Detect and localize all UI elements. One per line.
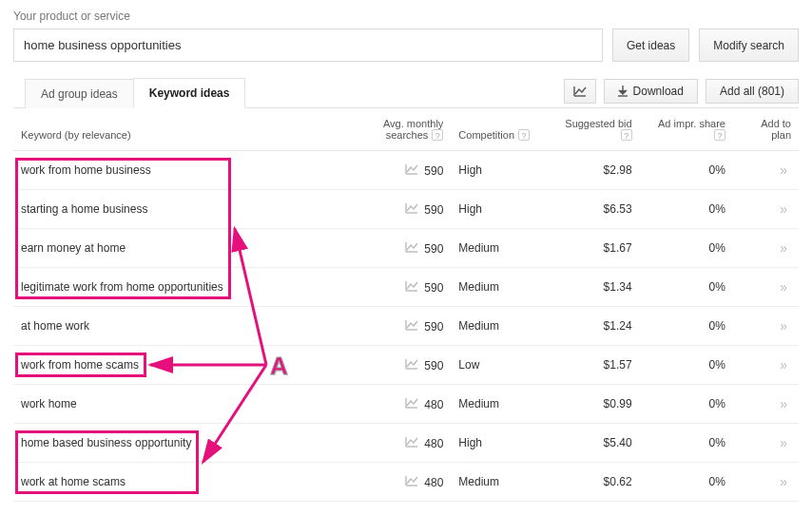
add-to-plan-button[interactable]: » (776, 279, 791, 295)
keyword-cell[interactable]: work from home business (21, 163, 151, 177)
suggested-bid-cell: $5.40 (546, 424, 640, 463)
keyword-cell[interactable]: starting a home business (21, 202, 147, 216)
ad-impr-cell: 0% (640, 307, 733, 346)
suggested-bid-cell: $0.62 (546, 463, 640, 502)
suggested-bid-cell: $1.24 (546, 307, 640, 346)
add-all-button[interactable]: Add all (801) (706, 79, 799, 104)
competition-cell: Low (451, 346, 545, 385)
suggested-bid-cell: $6.53 (546, 190, 640, 229)
table-row: starting a home business 590High$6.530%» (13, 190, 799, 229)
suggested-bid-cell: $1.67 (546, 229, 640, 268)
add-to-plan-button[interactable]: » (776, 162, 791, 178)
competition-cell: Medium (451, 463, 545, 502)
table-row: earn money at home 590Medium$1.670%» (13, 229, 799, 268)
avg-searches-cell: 590 (424, 359, 443, 372)
competition-cell: High (451, 424, 545, 463)
add-to-plan-button[interactable]: » (776, 396, 791, 411)
suggested-bid-cell: $1.57 (546, 346, 640, 385)
competition-cell: High (451, 190, 545, 229)
add-to-plan-button[interactable]: » (776, 357, 791, 372)
tab-keyword-ideas[interactable]: Keyword ideas (133, 78, 246, 108)
add-to-plan-button[interactable]: » (776, 474, 791, 489)
avg-searches-cell: 590 (424, 281, 443, 295)
table-row: legitimate work from home opportunities … (13, 268, 799, 307)
search-input[interactable] (13, 29, 603, 62)
table-row: work at home scams 480Medium$0.620%» (13, 463, 799, 502)
avg-searches-cell: 590 (424, 242, 443, 256)
table-row: at home work 590Medium$1.240%» (13, 307, 799, 346)
trend-icon[interactable] (405, 202, 418, 214)
competition-cell: Medium (451, 268, 545, 307)
table-row: work from home business 590High$2.980%» (13, 151, 799, 190)
search-row: Get ideas Modify search (13, 29, 799, 62)
add-to-plan-button[interactable]: » (776, 435, 791, 450)
col-suggested-bid[interactable]: Suggested bid? (546, 108, 640, 151)
col-impr-label: Ad impr. share (658, 118, 725, 129)
download-button[interactable]: Download (604, 79, 698, 104)
ad-impr-cell: 0% (640, 151, 733, 190)
keyword-cell[interactable]: at home work (21, 319, 89, 333)
col-ad-impr-share[interactable]: Ad impr. share? (640, 108, 733, 151)
suggested-bid-cell: $1.34 (546, 268, 640, 307)
ad-impr-cell: 0% (640, 190, 733, 229)
competition-cell: Medium (451, 229, 545, 268)
help-icon[interactable]: ? (714, 129, 725, 141)
competition-cell: High (451, 151, 545, 190)
keyword-table: Keyword (by relevance) Avg. monthly sear… (13, 108, 799, 502)
competition-cell: Medium (451, 307, 545, 346)
table-row: work home 480Medium$0.990%» (13, 385, 799, 424)
suggested-bid-cell: $0.99 (546, 385, 640, 424)
keyword-cell[interactable]: work at home scams (21, 475, 126, 488)
add-to-plan-button[interactable]: » (776, 240, 791, 256)
keyword-cell[interactable]: work home (21, 397, 77, 410)
help-icon[interactable]: ? (518, 129, 530, 141)
trend-icon[interactable] (405, 358, 418, 370)
trend-icon[interactable] (405, 475, 418, 486)
chart-icon (573, 86, 587, 97)
ad-impr-cell: 0% (640, 268, 733, 307)
keyword-cell[interactable]: legitimate work from home opportunities (21, 280, 223, 294)
col-avg-searches[interactable]: Avg. monthly searches? (348, 108, 452, 151)
table-row: home based business opportunity 480High$… (13, 424, 799, 463)
ad-impr-cell: 0% (640, 424, 733, 463)
keyword-cell[interactable]: home based business opportunity (21, 436, 191, 449)
col-bid-label: Suggested bid (565, 118, 631, 129)
avg-searches-cell: 590 (424, 320, 443, 334)
add-to-plan-button[interactable]: » (776, 201, 791, 217)
col-add-to-plan: Add to plan (733, 108, 799, 151)
avg-searches-cell: 590 (424, 203, 443, 217)
ad-impr-cell: 0% (640, 463, 733, 502)
trend-icon[interactable] (405, 280, 418, 292)
suggested-bid-cell: $2.98 (546, 151, 640, 190)
ad-impr-cell: 0% (640, 229, 733, 268)
download-label: Download (633, 85, 684, 98)
col-competition-label: Competition (458, 129, 514, 141)
tab-ad-group-ideas[interactable]: Ad group ideas (25, 79, 134, 108)
trend-icon[interactable] (405, 163, 418, 175)
competition-cell: Medium (451, 385, 545, 424)
modify-search-button[interactable]: Modify search (699, 29, 799, 62)
ad-impr-cell: 0% (640, 385, 733, 424)
col-competition[interactable]: Competition? (451, 108, 545, 151)
table-row: work from home scams 590Low$1.570%» (13, 346, 799, 385)
col-keyword[interactable]: Keyword (by relevance) (13, 108, 348, 151)
tabs-row: Ad group ideas Keyword ideas Download Ad… (13, 77, 799, 108)
field-label: Your product or service (13, 10, 799, 23)
avg-searches-cell: 590 (424, 164, 443, 178)
ad-impr-cell: 0% (640, 346, 733, 385)
chart-view-button[interactable] (564, 79, 596, 104)
trend-icon[interactable] (405, 241, 418, 253)
help-icon[interactable]: ? (621, 129, 632, 141)
keyword-cell[interactable]: earn money at home (21, 241, 126, 255)
avg-searches-cell: 480 (424, 398, 443, 411)
avg-searches-cell: 480 (424, 437, 443, 450)
download-icon (618, 86, 628, 97)
help-icon[interactable]: ? (432, 129, 443, 141)
table-wrap: Keyword (by relevance) Avg. monthly sear… (13, 108, 799, 502)
get-ideas-button[interactable]: Get ideas (612, 29, 689, 62)
add-to-plan-button[interactable]: » (776, 318, 791, 334)
trend-icon[interactable] (405, 436, 418, 448)
trend-icon[interactable] (405, 397, 418, 409)
keyword-cell[interactable]: work from home scams (21, 358, 139, 372)
trend-icon[interactable] (405, 319, 418, 331)
